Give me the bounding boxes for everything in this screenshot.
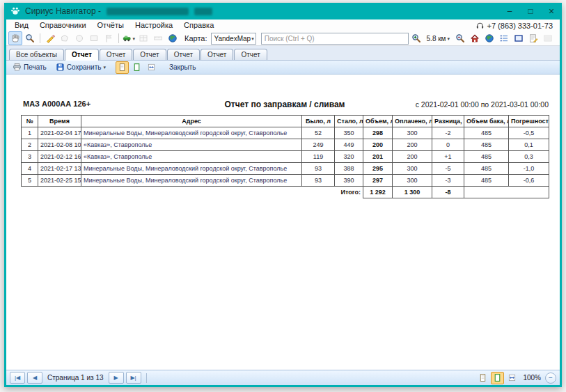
circle-icon (74, 33, 84, 43)
first-page-button[interactable]: |◀ (10, 372, 25, 384)
globe2-icon[interactable] (482, 31, 496, 45)
globe2-icon (485, 33, 494, 43)
view-one-icon[interactable] (476, 372, 489, 384)
list-icon (499, 33, 509, 43)
column-header: Оплачено, л (393, 116, 432, 127)
page-outline-icon[interactable] (130, 61, 143, 74)
table-cell: -3 (432, 175, 464, 187)
list-icon[interactable] (497, 31, 511, 45)
print-button[interactable]: Печать (9, 61, 50, 73)
maximize-button[interactable]: □ (520, 3, 541, 19)
table-cell: 2021-02-08 10:48 (38, 139, 81, 151)
page-single-icon[interactable] (116, 61, 129, 74)
map-scale-label: 5.8 км (427, 35, 446, 42)
select-area-icon[interactable] (512, 31, 526, 45)
table-cell: 485 (464, 151, 509, 163)
pan-tool-icon[interactable] (8, 31, 22, 45)
table-icon[interactable] (136, 31, 150, 45)
tab-report-3[interactable]: Отчет (133, 49, 166, 60)
table-cell: 200 (363, 139, 393, 151)
minimize-button[interactable]: – (499, 3, 520, 19)
column-header: Было, л (302, 116, 335, 127)
table-cell: 2021-02-12 16:57 (38, 151, 81, 163)
ruler-icon[interactable] (151, 31, 165, 45)
menu-item-0[interactable]: Вид (9, 19, 34, 31)
total-label: Итого: (22, 187, 363, 198)
page-single-icon (118, 63, 127, 72)
table-cell: 3 (22, 151, 38, 163)
save-button[interactable]: Сохранить ▾ (52, 61, 109, 73)
rectangle-icon (89, 33, 99, 43)
zoom-out-icon[interactable] (453, 31, 467, 45)
view-fit-icon[interactable] (505, 372, 519, 384)
menu-item-1[interactable]: Справочники (34, 19, 92, 31)
zoom-search-icon (25, 33, 35, 43)
app-window: Сириус Навигатор - – □ × ВидСправочникиО… (4, 3, 562, 387)
table-cell: 200 (393, 151, 432, 163)
menu-item-3[interactable]: Настройка (129, 19, 178, 31)
close-report-button[interactable]: Закрыть (166, 62, 200, 72)
window-title: Сириус Навигатор - (25, 6, 101, 16)
view-mode-group (476, 372, 519, 384)
tab-strip: Все объектыОтчетОтчетОтчетОтчетОтчетОтче… (6, 46, 560, 61)
app-icon (10, 6, 21, 17)
table-cell: 0,1 (509, 139, 549, 151)
tab-report-2[interactable]: Отчет (100, 49, 132, 60)
flag-icon[interactable] (102, 31, 116, 45)
column-header: Стало, л (335, 116, 363, 127)
table-cell: 485 (464, 127, 509, 139)
report-period: с 2021-02-01 00:00 по 2021-03-01 00:00 (416, 100, 549, 109)
floppy-icon (56, 63, 65, 72)
support-phone: +7 (863) 333-01-73 (475, 21, 557, 30)
zoom-out-button[interactable]: − (545, 373, 556, 384)
vehicle-icon (123, 33, 131, 43)
table-cell: 249 (302, 139, 335, 151)
search-input[interactable] (261, 33, 409, 45)
page-indicator: Страница 1 из 13 (47, 374, 104, 382)
prev-page-button[interactable]: ◀ (27, 372, 42, 384)
column-header: Погрешность, % (509, 116, 549, 127)
map-provider-select[interactable]: YandexMap ▾ (211, 33, 256, 45)
tab-report-6[interactable]: Отчет (234, 49, 267, 60)
zoom-search-icon[interactable] (23, 31, 37, 45)
map-scale-button[interactable]: 5.8 км▾ (424, 31, 453, 45)
rectangle-icon[interactable] (87, 31, 101, 45)
globe-icon[interactable] (166, 31, 180, 45)
main-toolbar: ▾ Карта: YandexMap ▾ 5.8 км▾ (6, 31, 560, 46)
vehicle-icon[interactable]: ▾ (122, 31, 136, 45)
divider (146, 373, 147, 383)
status-bar: |◀ ◀ Страница 1 из 13 ▶ ▶| 100% − (6, 370, 560, 385)
table-cell: 485 (464, 163, 509, 175)
edit-note-icon[interactable] (526, 31, 540, 45)
table-cell: 200 (393, 139, 432, 151)
divider (118, 33, 119, 43)
table-cell: +1 (432, 151, 464, 163)
table-cell: 93 (302, 163, 335, 175)
circle-icon[interactable] (72, 31, 86, 45)
view-one-icon (478, 373, 487, 382)
next-page-button[interactable]: ▶ (109, 372, 124, 384)
app-body: ВидСправочникиОтчётыНастройкаСправка +7 … (6, 19, 560, 385)
draw-track-icon[interactable] (43, 31, 57, 45)
tab-report-5[interactable]: Отчет (201, 49, 233, 60)
column-header: Объем, л (363, 116, 393, 127)
tab-all-objects[interactable]: Все объекты (9, 49, 64, 60)
close-button[interactable]: × (541, 3, 562, 19)
polygon-icon[interactable] (58, 31, 72, 45)
print-label: Печать (24, 63, 47, 71)
menu-item-2[interactable]: Отчёты (92, 19, 129, 31)
menu-item-4[interactable]: Справка (178, 19, 219, 31)
image-icon (543, 33, 553, 43)
zoom-level: 100% (523, 374, 541, 382)
last-page-button[interactable]: ▶| (126, 372, 141, 384)
image-icon[interactable] (541, 31, 555, 45)
page-fit-icon[interactable] (145, 61, 158, 74)
tab-report-1[interactable]: Отчет (65, 49, 99, 61)
chevron-down-icon: ▾ (132, 36, 135, 41)
view-two-icon[interactable] (491, 372, 504, 384)
view-fit-icon (508, 373, 517, 382)
page-fit-icon (147, 63, 156, 72)
zoom-in-icon[interactable] (409, 31, 423, 45)
home-icon[interactable] (468, 31, 482, 45)
tab-report-4[interactable]: Отчет (167, 49, 200, 60)
